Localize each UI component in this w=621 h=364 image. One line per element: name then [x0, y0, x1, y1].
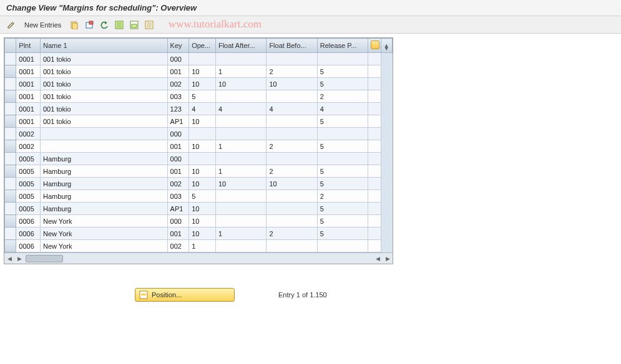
cell-ope[interactable]: 10	[189, 115, 216, 128]
table-settings-icon[interactable]	[371, 41, 379, 49]
table-row[interactable]: 0001001 tokio1234444	[5, 103, 393, 115]
cell-key[interactable]: 002	[167, 178, 189, 190]
cell-float-before[interactable]	[266, 240, 317, 252]
cell-release-p[interactable]: 5	[317, 165, 368, 178]
row-selector[interactable]	[5, 65, 16, 78]
cell-key[interactable]: 000	[167, 128, 189, 140]
row-selector[interactable]	[5, 240, 16, 252]
cell-release-p[interactable]: 5	[317, 203, 368, 215]
column-key[interactable]: Key	[167, 39, 189, 53]
cell-float-after[interactable]: 4	[215, 103, 266, 115]
cell-key[interactable]: 001	[167, 165, 189, 178]
table-row[interactable]: 0005Hamburg0021010105	[5, 178, 393, 190]
cell-name[interactable]: 001 tokio	[40, 90, 167, 103]
cell-float-after[interactable]	[215, 115, 266, 128]
cell-name[interactable]	[40, 140, 167, 153]
cell-ope[interactable]: 5	[189, 190, 216, 203]
scroll-left-icon[interactable]: ◀	[4, 256, 14, 262]
cell-ope[interactable]: 10	[189, 78, 216, 90]
cell-release-p[interactable]: 2	[317, 190, 368, 203]
hscroll-track[interactable]	[26, 255, 354, 262]
cell-plnt[interactable]: 0005	[16, 190, 41, 203]
row-selector[interactable]	[5, 203, 16, 215]
cell-float-before[interactable]	[266, 53, 317, 65]
row-selector[interactable]	[5, 153, 16, 165]
cell-key[interactable]: AP1	[167, 115, 189, 128]
cell-key[interactable]: 001	[167, 65, 189, 78]
cell-plnt[interactable]: 0005	[16, 203, 41, 215]
row-selector[interactable]	[5, 128, 16, 140]
cell-name[interactable]	[40, 128, 167, 140]
cell-name[interactable]: 001 tokio	[40, 103, 167, 115]
row-selector[interactable]	[5, 228, 16, 240]
cell-key[interactable]: 000	[167, 53, 189, 65]
row-selector[interactable]	[5, 190, 16, 203]
cell-float-after[interactable]: 1	[215, 228, 266, 240]
column-float-after[interactable]: Float After...	[215, 39, 266, 53]
scroll-right-icon[interactable]: ▶	[14, 256, 24, 262]
cell-plnt[interactable]: 0006	[16, 240, 41, 252]
cell-key[interactable]: 002	[167, 78, 189, 90]
undo-change-icon[interactable]	[98, 19, 110, 31]
delete-icon[interactable]	[83, 19, 95, 31]
cell-name[interactable]: 001 tokio	[40, 53, 167, 65]
cell-ope[interactable]	[189, 128, 216, 140]
cell-plnt[interactable]: 0001	[16, 115, 41, 128]
cell-float-after[interactable]	[215, 53, 266, 65]
cell-release-p[interactable]	[317, 153, 368, 165]
cell-name[interactable]: New York	[40, 228, 167, 240]
cell-release-p[interactable]: 5	[317, 78, 368, 90]
cell-name[interactable]: Hamburg	[40, 153, 167, 165]
cell-float-before[interactable]	[266, 90, 317, 103]
cell-float-after[interactable]	[215, 190, 266, 203]
table-row[interactable]: 0005Hamburg00110125	[5, 165, 393, 178]
cell-float-after[interactable]	[215, 153, 266, 165]
copy-as-icon[interactable]	[68, 19, 81, 31]
cell-plnt[interactable]: 0001	[16, 78, 41, 90]
cell-float-before[interactable]: 2	[266, 165, 317, 178]
cell-key[interactable]: 001	[167, 140, 189, 153]
cell-plnt[interactable]: 0001	[16, 53, 41, 65]
cell-ope[interactable]	[189, 53, 216, 65]
cell-release-p[interactable]: 5	[317, 65, 368, 78]
cell-plnt[interactable]: 0005	[16, 153, 41, 165]
row-selector[interactable]	[5, 178, 16, 190]
row-selector[interactable]	[5, 78, 16, 90]
row-selector[interactable]	[5, 90, 16, 103]
cell-key[interactable]: 000	[167, 215, 189, 228]
column-plnt[interactable]: Plnt	[16, 39, 41, 53]
row-selector[interactable]	[5, 165, 16, 178]
cell-float-before[interactable]: 10	[266, 178, 317, 190]
cell-release-p[interactable]: 5	[317, 115, 368, 128]
cell-key[interactable]: AP1	[167, 203, 189, 215]
cell-plnt[interactable]: 0002	[16, 140, 41, 153]
cell-ope[interactable]: 10	[189, 165, 216, 178]
cell-float-before[interactable]: 2	[266, 228, 317, 240]
cell-float-after[interactable]	[215, 240, 266, 252]
table-row[interactable]: 0001001 tokio00110125	[5, 65, 393, 78]
cell-name[interactable]: New York	[40, 240, 167, 252]
cell-float-before[interactable]	[266, 190, 317, 203]
cell-key[interactable]: 001	[167, 228, 189, 240]
cell-name[interactable]: Hamburg	[40, 165, 167, 178]
scroll-right2-icon[interactable]: ▶	[383, 256, 393, 262]
position-button[interactable]: Position...	[135, 288, 235, 302]
cell-release-p[interactable]	[317, 53, 368, 65]
cell-plnt[interactable]: 0006	[16, 228, 41, 240]
toggle-display-change-icon[interactable]	[5, 19, 17, 31]
scroll-down-icon[interactable]: ▼	[381, 45, 392, 52]
cell-release-p[interactable]	[317, 128, 368, 140]
cell-ope[interactable]: 1	[189, 240, 216, 252]
column-release-p[interactable]: Release P...	[317, 39, 368, 53]
cell-float-before[interactable]: 2	[266, 65, 317, 78]
cell-key[interactable]: 003	[167, 90, 189, 103]
cell-name[interactable]: 001 tokio	[40, 65, 167, 78]
cell-release-p[interactable]: 5	[317, 215, 368, 228]
table-row[interactable]: 000200110125	[5, 140, 393, 153]
cell-release-p[interactable]: 5	[317, 140, 368, 153]
cell-key[interactable]: 003	[167, 190, 189, 203]
cell-float-before[interactable]	[266, 203, 317, 215]
row-selector[interactable]	[5, 103, 16, 115]
cell-ope[interactable]: 10	[189, 215, 216, 228]
cell-name[interactable]: 001 tokio	[40, 115, 167, 128]
